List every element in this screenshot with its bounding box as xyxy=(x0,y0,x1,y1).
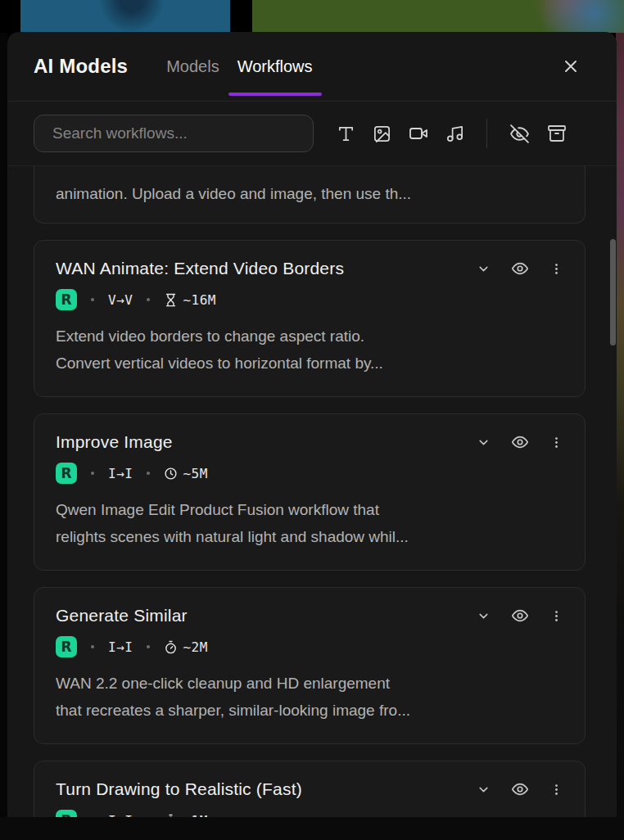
scrollbar-thumb[interactable] xyxy=(610,239,616,345)
kebab-menu-icon xyxy=(549,783,563,797)
workflow-title: Generate Similar xyxy=(56,606,477,625)
preview-button[interactable] xyxy=(511,433,529,451)
dot-separator xyxy=(91,298,94,301)
toggle-hidden-button[interactable] xyxy=(509,124,530,144)
description-line: Qwen Image Edit Product Fusion workflow … xyxy=(56,496,563,523)
background-canvas-green xyxy=(252,0,624,33)
expand-chevron-button[interactable] xyxy=(477,436,491,449)
description-line: Convert vertical videos to horizontal fo… xyxy=(56,350,563,377)
provider-badge: R xyxy=(56,636,77,657)
bottom-black-bar xyxy=(0,817,624,840)
workflow-card[interactable]: animation. Upload a video and image, the… xyxy=(34,166,586,224)
background-left-strip xyxy=(0,33,7,840)
close-icon xyxy=(561,56,581,76)
tab-workflows[interactable]: Workflows xyxy=(228,32,322,101)
workflow-card[interactable]: WAN Animate: Extend Video Borders xyxy=(34,240,586,397)
workflow-io: I→I xyxy=(108,639,133,655)
chevron-down-icon xyxy=(477,609,491,623)
card-meta: R V→V ~16M xyxy=(56,289,563,310)
kebab-menu-icon xyxy=(549,436,563,449)
close-button[interactable] xyxy=(561,56,581,76)
image-filter-button[interactable] xyxy=(373,124,391,143)
expand-chevron-button[interactable] xyxy=(477,609,491,623)
preview-button[interactable] xyxy=(511,780,529,798)
expand-chevron-button[interactable] xyxy=(477,262,491,276)
description-line: WAN 2.2 one-click cleanup and HD enlarge… xyxy=(56,670,563,697)
workflow-duration: ~5M xyxy=(183,466,207,481)
dot-separator xyxy=(147,298,150,301)
more-options-button[interactable] xyxy=(549,436,563,449)
workflow-title: Improve Image xyxy=(56,432,477,452)
workflow-list: animation. Upload a video and image, the… xyxy=(7,166,617,840)
dialog-header: AI Models Models Workflows xyxy=(7,32,617,102)
chevron-down-icon xyxy=(477,262,491,276)
card-actions xyxy=(477,260,563,278)
image-filter-icon xyxy=(373,124,391,143)
eye-off-icon xyxy=(509,124,530,144)
workflow-title: WAN Animate: Extend Video Borders xyxy=(56,259,477,278)
eye-icon xyxy=(511,607,529,625)
description-line: Extend video borders to change aspect ra… xyxy=(56,323,563,350)
eye-icon xyxy=(511,433,529,451)
chevron-down-icon xyxy=(477,436,491,449)
workflow-duration-group: ~16M xyxy=(164,292,216,308)
more-options-button[interactable] xyxy=(549,783,563,797)
more-options-button[interactable] xyxy=(549,262,563,276)
hourglass-icon xyxy=(164,293,178,307)
workflow-title: Turn Drawing to Realistic (Fast) xyxy=(56,779,477,799)
workflow-duration: ~16M xyxy=(183,292,216,308)
workflow-duration-group: ~5M xyxy=(164,466,207,481)
preview-button[interactable] xyxy=(511,260,529,278)
description-line: animation. Upload a video and image, the… xyxy=(56,180,563,207)
background-right-strip xyxy=(616,33,624,840)
eye-icon xyxy=(511,780,529,798)
kebab-menu-icon xyxy=(549,609,563,623)
more-options-button[interactable] xyxy=(549,609,563,623)
workflow-description: animation. Upload a video and image, the… xyxy=(56,180,563,207)
dialog-toolbar xyxy=(7,102,617,166)
eye-icon xyxy=(511,260,529,278)
search-input[interactable] xyxy=(34,115,314,152)
workflow-description: Extend video borders to change aspect ra… xyxy=(56,323,563,377)
video-filter-button[interactable] xyxy=(409,124,428,143)
workflow-description: WAN 2.2 one-click cleanup and HD enlarge… xyxy=(56,670,563,724)
archive-icon xyxy=(547,124,567,143)
description-line: relights scenes with natural light and s… xyxy=(56,523,563,550)
text-filter-button[interactable] xyxy=(337,124,355,143)
workflow-duration-group: ~2M xyxy=(164,639,207,655)
workflow-card[interactable]: Generate Similar xyxy=(34,587,586,744)
provider-badge: R xyxy=(56,463,77,484)
expand-chevron-button[interactable] xyxy=(477,783,491,797)
workflow-card[interactable]: Improve Image xyxy=(34,413,586,571)
tab-models[interactable]: Models xyxy=(157,32,228,101)
workflow-duration: ~2M xyxy=(183,639,207,655)
archive-button[interactable] xyxy=(547,124,567,143)
card-actions xyxy=(477,607,563,625)
card-meta: R I→I ~2M xyxy=(56,636,563,657)
dot-separator xyxy=(147,472,150,475)
workflow-description: Qwen Image Edit Product Fusion workflow … xyxy=(56,496,563,550)
filter-group xyxy=(337,124,464,143)
music-filter-icon xyxy=(445,124,464,143)
tab-models-label: Models xyxy=(166,57,219,76)
dialog-title: AI Models xyxy=(34,55,128,78)
card-actions xyxy=(477,780,563,798)
audio-filter-button[interactable] xyxy=(445,124,464,143)
ai-models-dialog: AI Models Models Workflows xyxy=(7,32,617,840)
workflow-io: I→I xyxy=(108,466,133,481)
dot-separator xyxy=(91,645,94,648)
description-line: that recreates a sharper, similar-lookin… xyxy=(56,697,563,724)
type-filter-icon xyxy=(337,124,355,143)
dot-separator xyxy=(91,472,94,475)
preview-button[interactable] xyxy=(511,607,529,625)
clock-icon xyxy=(164,467,178,481)
background-canvas-blue xyxy=(20,0,230,33)
toolbar-divider xyxy=(486,119,487,148)
kebab-menu-icon xyxy=(549,262,563,276)
dot-separator xyxy=(147,645,150,648)
timer-icon xyxy=(164,640,178,654)
provider-badge: R xyxy=(56,289,77,310)
card-actions xyxy=(477,433,563,451)
tab-workflows-label: Workflows xyxy=(237,57,313,76)
toolbar-actions xyxy=(509,124,567,144)
